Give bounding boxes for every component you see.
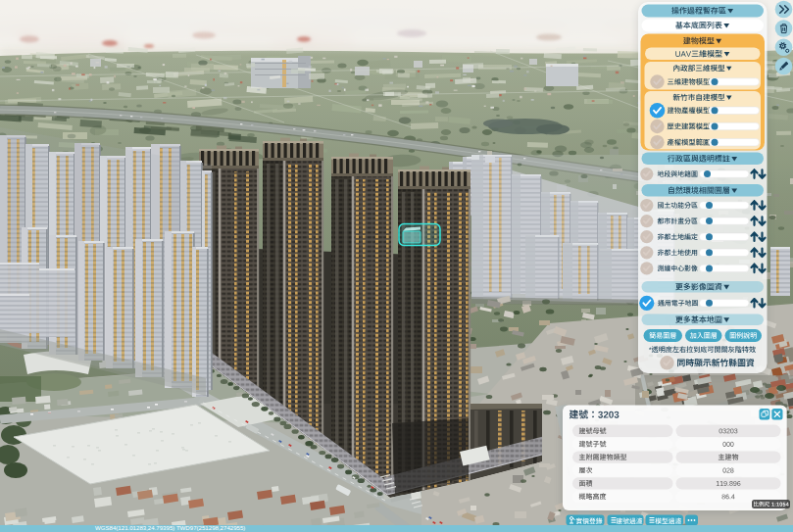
svg-text:WGS84(121.01283,24.79395) TWD9: WGS84(121.01283,24.79395) TWD97(251298,2… bbox=[95, 524, 245, 531]
